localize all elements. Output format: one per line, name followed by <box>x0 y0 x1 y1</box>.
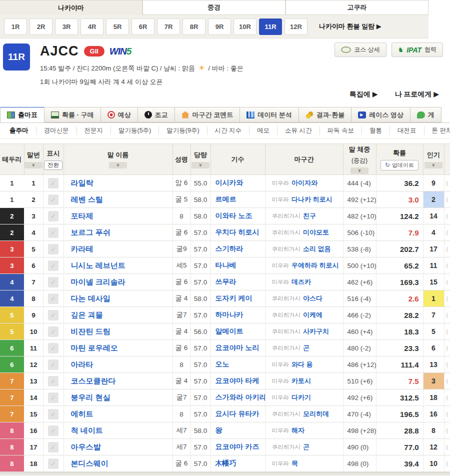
horse-name-link[interactable]: 마이넬 크리솔라 <box>71 278 126 286</box>
ipat-button[interactable]: ♞ IPAT 협력 <box>392 42 443 57</box>
horse-name-link[interactable]: 아라타 <box>71 360 94 368</box>
mark-checkbox[interactable]: ✓ <box>48 194 58 205</box>
mark-checkbox[interactable]: ✓ <box>48 409 58 420</box>
subtab-10[interactable]: 대전표 <box>390 126 424 135</box>
tab-forecast[interactable]: 예상 <box>101 107 138 122</box>
mark-checkbox[interactable]: ✓ <box>48 260 58 271</box>
tab-board[interactable]: 게 <box>410 107 442 122</box>
my-pro-link[interactable]: 나 프로에게 ▶ <box>394 90 439 99</box>
race-button-6R[interactable]: 6R <box>132 18 154 35</box>
horse-name-link[interactable]: 붕우리 현실 <box>71 393 110 402</box>
tab-stable-comment[interactable]: 마구간 코멘트 <box>175 107 240 122</box>
number-sort-button[interactable]: ∨ <box>24 162 42 168</box>
mark-checkbox[interactable]: ✓ <box>48 392 58 403</box>
mark-checkbox[interactable]: ✓ <box>48 343 58 354</box>
tab-race-video[interactable]: 레이스 영상 <box>352 107 410 122</box>
horse-name-link[interactable]: 니시노 레브넌트 <box>71 261 126 270</box>
race-button-9R[interactable]: 9R <box>208 18 231 35</box>
jockey-link[interactable]: 오노 <box>216 360 230 368</box>
mark-checkbox[interactable]: ✓ <box>48 360 58 370</box>
subtab-1[interactable]: 경마신문 <box>36 126 77 135</box>
trainer-link[interactable]: 데즈카 <box>292 278 311 286</box>
trainer-link[interactable]: 우에하라 히로시 <box>292 262 339 269</box>
subtab-2[interactable]: 전문지 <box>77 126 112 135</box>
special-feature-link[interactable]: 특집에 ▶ <box>350 90 378 99</box>
subtab-8[interactable]: 파독 속보 <box>320 126 362 135</box>
trainer-link[interactable]: 이케에 <box>303 311 322 318</box>
subtab-5[interactable]: 시간 지수 <box>208 126 250 135</box>
mark-checkbox[interactable]: ✓ <box>48 426 58 436</box>
race-button-10R[interactable]: 10R <box>234 18 256 35</box>
horse-name-link[interactable]: 척 네이트 <box>71 426 103 434</box>
tab-odds-buy[interactable]: 확률 · 구매 <box>44 107 101 122</box>
tab-data-analysis[interactable]: 데이터 분석 <box>240 107 299 122</box>
mark-checkbox[interactable]: ✓ <box>48 458 58 469</box>
horse-name-link[interactable]: 마틴 로우레오 <box>71 344 118 352</box>
tab-training[interactable]: 조교 <box>138 107 175 122</box>
jockey-link[interactable]: 이와타 노조 <box>216 212 252 220</box>
trainer-link[interactable]: 와다 용 <box>292 360 313 368</box>
horse-name-link[interactable]: 다논 데사일 <box>71 294 110 302</box>
tab-result-refund[interactable]: 결과·환불 <box>299 107 352 122</box>
race-button-8R[interactable]: 8R <box>182 18 206 35</box>
subtab-7[interactable]: 소유 시간 <box>278 126 320 135</box>
race-button-12R[interactable]: 12R <box>284 18 308 35</box>
jockey-link[interactable]: 타나베 <box>216 261 236 269</box>
horse-name-link[interactable]: 본디스웨이 <box>71 459 108 468</box>
horse-name-link[interactable]: 코스모큘란다 <box>71 376 116 385</box>
jockey-link[interactable]: 왕 <box>216 426 222 434</box>
trainer-link[interactable]: 해자 <box>292 426 304 434</box>
race-button-2R[interactable]: 2R <box>30 18 52 35</box>
horse-name-link[interactable]: 보르그 푸쉬 <box>71 228 110 236</box>
jockey-link[interactable]: 도자키 케이 <box>216 294 252 302</box>
name-sort-button[interactable]: ∨ <box>109 162 127 168</box>
horse-name-link[interactable]: 포타제 <box>71 212 94 220</box>
mark-checkbox[interactable]: ✓ <box>48 178 58 188</box>
odds-update-button[interactable]: ↻업데이트 <box>380 160 418 170</box>
venue-tab-2[interactable]: 고쿠라 <box>286 0 428 15</box>
horse-name-link[interactable]: 깊은 괴물 <box>71 310 103 319</box>
mark-checkbox[interactable]: ✓ <box>48 376 58 386</box>
mark-checkbox[interactable]: ✓ <box>48 244 58 254</box>
trainer-link[interactable]: 목 <box>292 460 298 467</box>
jockey-link[interactable]: 요코야마 노리 <box>216 344 260 352</box>
carried-sort-button[interactable]: ∨ <box>192 162 210 168</box>
mark-checkbox[interactable]: ✓ <box>48 326 58 337</box>
trainer-link[interactable]: 곤 <box>303 344 310 352</box>
trainer-link[interactable]: 다카기 <box>292 394 311 401</box>
tab-entry-table[interactable]: 출마표 <box>0 107 44 123</box>
race-button-7R[interactable]: 7R <box>157 18 180 35</box>
race-button-5R[interactable]: 5R <box>106 18 129 35</box>
subtab-11[interactable]: 톤 편차 값 <box>424 126 450 135</box>
trainer-link[interactable]: 다나카 히로시 <box>292 196 332 203</box>
horse-name-link[interactable]: 레벤 스틸 <box>71 195 103 204</box>
race-button-4R[interactable]: 4R <box>80 18 104 35</box>
mark-checkbox[interactable]: ✓ <box>48 442 58 452</box>
race-button-11R[interactable]: 11R <box>259 18 282 35</box>
horse-name-link[interactable]: 아우스발 <box>71 442 101 451</box>
trainer-link[interactable]: 카토시 <box>292 377 311 384</box>
trainer-link[interactable]: 곤 <box>303 443 310 450</box>
jockey-link[interactable]: 木幡巧 <box>216 459 236 467</box>
horse-name-link[interactable]: 카라테 <box>71 244 94 253</box>
mark-checkbox[interactable]: ✓ <box>48 228 58 238</box>
horse-name-link[interactable]: 비잔틴 드림 <box>71 327 110 336</box>
horse-name-link[interactable]: 라일락 <box>71 178 94 187</box>
jockey-link[interactable]: 하마나카 <box>216 310 244 318</box>
trainer-link[interactable]: 친구 <box>303 212 316 220</box>
jockey-link[interactable]: 요코야마 타케 <box>216 376 260 384</box>
subtab-3[interactable]: 말기둥(5주) <box>111 126 159 135</box>
popularity-sort-button[interactable]: ∨ <box>424 162 442 168</box>
venue-tab-0[interactable]: 나카야마 <box>0 0 142 15</box>
race-button-3R[interactable]: 3R <box>55 18 78 35</box>
jockey-link[interactable]: 요시다 유타카 <box>216 410 260 418</box>
jockey-link[interactable]: 이시카와 <box>216 178 244 186</box>
mark-checkbox[interactable]: ✓ <box>48 294 58 304</box>
jockey-link[interactable]: 우치다 히로시 <box>216 228 260 236</box>
trainer-link[interactable]: 미야모토 <box>303 228 329 236</box>
race-button-1R[interactable]: 1R <box>4 18 27 35</box>
subtab-4[interactable]: 말기둥(9주) <box>159 126 207 135</box>
trainer-link[interactable]: 모리히데 <box>303 410 329 418</box>
jockey-link[interactable]: 스기하라 <box>216 244 244 252</box>
trainer-link[interactable]: 아이자와 <box>292 179 318 186</box>
